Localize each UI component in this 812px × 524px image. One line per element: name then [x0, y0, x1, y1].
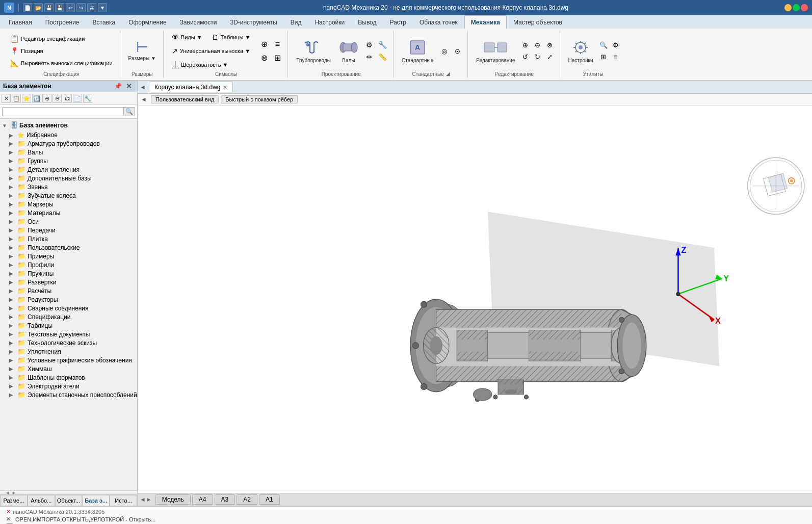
tree-item-tablicy[interactable]: ▶ 📁 Таблицы: [1, 321, 136, 330]
close-button[interactable]: [801, 4, 808, 11]
search-button[interactable]: 🔍: [124, 107, 135, 116]
tabs-arrow[interactable]: ◄►: [140, 496, 152, 503]
tree-item-polzovatelskie[interactable]: ▶ 📁 Пользовательские: [1, 243, 136, 252]
tree-item-zvenia[interactable]: ▶ 📁 Звенья: [1, 182, 136, 191]
tree-item-dop[interactable]: ▶ 📁 Дополнительные базы: [1, 174, 136, 182]
sym-icon1[interactable]: ⊕: [258, 38, 270, 50]
panel-tab-obekty[interactable]: Объект...: [55, 495, 83, 506]
vidy-button[interactable]: 👁 Виды ▼: [169, 32, 205, 43]
save-as-button[interactable]: 💾: [55, 3, 64, 12]
spec-editor-button[interactable]: 📋 Редактор спецификации: [7, 33, 116, 44]
nas-icon3[interactable]: ⊞: [598, 51, 609, 62]
sherohovatost-button[interactable]: ⏊ Шероховатость ▼: [169, 59, 231, 70]
universal-button[interactable]: ↗ Универсальная выноска ▼: [169, 45, 253, 57]
nas-icon2[interactable]: ⚙: [610, 40, 621, 50]
tree-item-svarnye[interactable]: ▶ 📁 Сварные соединения: [1, 304, 136, 312]
open-button[interactable]: 📂: [34, 3, 43, 12]
proj-icon3[interactable]: ✏: [363, 51, 376, 63]
tree-item-tekstovye[interactable]: ▶ 📁 Текстовые документы: [1, 330, 136, 338]
position-button[interactable]: 📍 Позиция: [7, 45, 116, 57]
tab-rastr[interactable]: Растр: [383, 15, 413, 29]
toolbar-btn5[interactable]: ⊕: [42, 94, 51, 103]
toolbar-btn6[interactable]: ⊖: [53, 94, 62, 103]
tree-item-primery[interactable]: ▶ 📁 Примеры: [1, 252, 136, 260]
tree-item-shablony[interactable]: ▶ 📁 Шаблоны форматов: [1, 373, 136, 382]
tab-master[interactable]: Мастер объектов: [507, 15, 569, 29]
std-icon1[interactable]: ◎: [438, 46, 450, 57]
dropdown-button[interactable]: ▼: [98, 3, 107, 12]
save-button[interactable]: 💾: [44, 3, 54, 12]
bottom-tab-a4[interactable]: А4: [192, 494, 213, 505]
tree-item-plitka[interactable]: ▶ 📁 Плитка: [1, 234, 136, 243]
tree-item-reduktory[interactable]: ▶ 📁 Редукторы: [1, 295, 136, 304]
tab-3d[interactable]: 3D-инструменты: [223, 15, 283, 29]
tab-oblako[interactable]: Облака точек: [413, 15, 464, 29]
sym-icon2[interactable]: ≡: [271, 38, 283, 50]
undo-button[interactable]: ↩: [66, 3, 75, 12]
panel-close-button[interactable]: ✕: [124, 82, 134, 90]
new-button[interactable]: 📄: [23, 3, 32, 12]
edit-icon2[interactable]: ⊖: [532, 40, 543, 50]
nas-icon1[interactable]: 🔍: [598, 40, 609, 50]
toolbar-btn1[interactable]: ✕: [2, 94, 11, 103]
log-close1[interactable]: ✕: [6, 508, 11, 515]
view-back[interactable]: ◄: [141, 96, 147, 103]
tree-item-peredachi[interactable]: ▶ 📁 Передачи: [1, 226, 136, 234]
minimize-button[interactable]: [784, 4, 792, 11]
panel-tab-razmery[interactable]: Разме...: [0, 495, 28, 506]
tree-item-osi[interactable]: ▶ 📁 Оси: [1, 217, 136, 226]
edit-icon1[interactable]: ⊕: [520, 40, 531, 50]
tree-item-profili[interactable]: ▶ 📁 Профили: [1, 260, 136, 269]
panel-tab-istoriya[interactable]: Исто...: [110, 495, 137, 506]
toolbar-btn8[interactable]: 📄: [73, 94, 82, 103]
tree-item-markery[interactable]: ▶ 📁 Маркеры: [1, 200, 136, 208]
proj-icon2[interactable]: 🔧: [377, 39, 389, 50]
nas-icon4[interactable]: ≡: [610, 51, 621, 62]
tree-item-gruppy[interactable]: ▶ 📁 Группы: [1, 156, 136, 165]
tree-item-pruzhiny[interactable]: ▶ 📁 Пружины: [1, 269, 136, 278]
standartnye-button[interactable]: A Стандартные: [399, 36, 436, 66]
valy-button[interactable]: Валы: [335, 36, 362, 66]
panel-tab-baza[interactable]: База э...: [82, 495, 110, 506]
std-icon2[interactable]: ⊙: [451, 46, 463, 57]
bottom-tab-a3[interactable]: А3: [215, 494, 235, 505]
edit-icon5[interactable]: ↻: [532, 51, 543, 62]
sym-icon4[interactable]: ⊞: [271, 51, 283, 64]
toolbar-btn7[interactable]: 🗂: [63, 94, 72, 103]
tree-item-armatura[interactable]: ▶ 📁 Арматура трубопроводов: [1, 139, 136, 148]
doc-tab-korpus[interactable]: Корпус клапана 3d.dwg ✕: [149, 82, 233, 92]
sym-icon3[interactable]: ⊗: [258, 51, 270, 64]
view-btn-bystry[interactable]: Быстрый с показом рёбер: [221, 95, 298, 103]
doc-tab-close[interactable]: ✕: [223, 84, 227, 91]
tree-item-detali[interactable]: ▶ 📁 Детали крепления: [1, 165, 136, 174]
proj-icon4[interactable]: 📏: [377, 51, 389, 63]
tree-item-elementy[interactable]: ▶ 📁 Элементы станочных приспособлений: [1, 390, 136, 399]
print-button[interactable]: 🖨: [87, 3, 96, 12]
tablicy-button[interactable]: 🗋 Таблицы ▼: [208, 32, 254, 43]
edit-icon4[interactable]: ↺: [520, 51, 531, 62]
horizontal-scroll[interactable]: ◄ ►: [0, 490, 137, 494]
align-balloons-button[interactable]: 📐 Выровнять выноски спецификации: [7, 58, 116, 69]
edit-icon3[interactable]: ⊗: [544, 40, 556, 50]
toolbar-btn3[interactable]: ⭐: [22, 94, 31, 103]
tree-item-uslovnye[interactable]: ▶ 📁 Условные графические обозначения: [1, 356, 136, 364]
tab-glavnaya[interactable]: Главная: [2, 15, 39, 29]
tab-nastrojki[interactable]: Настройки: [308, 15, 351, 29]
toolbar-btn9[interactable]: 🔧: [83, 94, 92, 103]
view-btn-polzovatelsky[interactable]: Пользовательский вид: [151, 95, 219, 103]
search-input[interactable]: [2, 107, 124, 116]
edit-icon6[interactable]: ⤢: [544, 51, 556, 62]
redaktirovanie-button[interactable]: Редактирование: [473, 36, 518, 66]
tab-vstavka[interactable]: Вставка: [86, 15, 122, 29]
nastrojki-button[interactable]: Настройки: [565, 36, 596, 66]
tree-item-texnologicheskie[interactable]: ▶ 📁 Технологические эскизы: [1, 338, 136, 347]
tree-item-himmash[interactable]: ▶ 📁 Химмаш: [1, 364, 136, 373]
maximize-button[interactable]: [793, 4, 800, 11]
tree-item-specifikacii[interactable]: ▶ 📁 Спецификации: [1, 312, 136, 321]
tab-postroenie[interactable]: Построение: [39, 15, 86, 29]
toolbar-btn2[interactable]: 📋: [12, 94, 21, 103]
tree-item-zubchatye[interactable]: ▶ 📁 Зубчатые колеса: [1, 191, 136, 200]
tree-item-materialy[interactable]: ▶ 📁 Материалы: [1, 208, 136, 217]
bottom-tab-model[interactable]: Модель: [155, 494, 191, 505]
tab-vid[interactable]: Вид: [284, 15, 308, 29]
